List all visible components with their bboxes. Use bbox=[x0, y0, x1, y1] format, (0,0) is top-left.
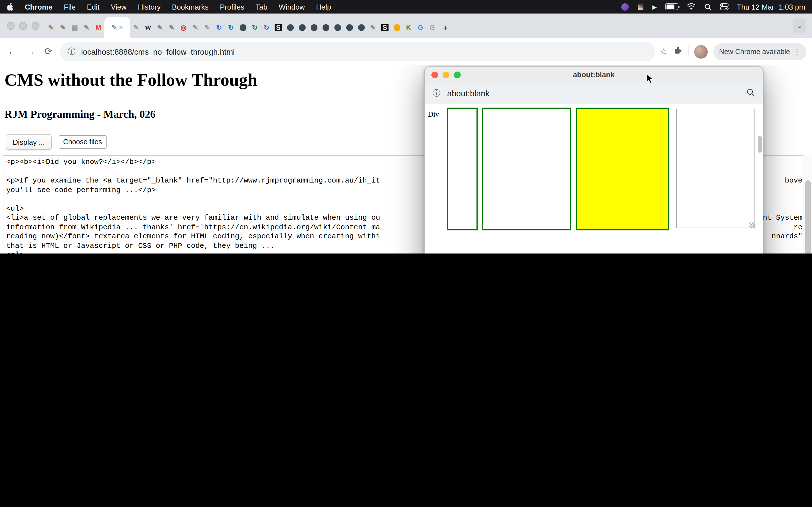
menu-edit[interactable]: Edit bbox=[87, 3, 100, 11]
textarea-text-fragment: re bbox=[794, 223, 802, 232]
address-bar[interactable]: ⓘ localhost:8888/cms_no_follow_through.h… bbox=[60, 42, 655, 61]
browser-tab[interactable] bbox=[296, 17, 308, 38]
choose-files-button[interactable]: Choose files bbox=[59, 135, 107, 149]
browser-tab[interactable]: ↻ bbox=[225, 17, 237, 38]
menubar-clock[interactable]: Thu 12 Mar 1:03 pm bbox=[737, 3, 805, 11]
globe-icon bbox=[299, 24, 305, 31]
popup-vertical-scrollbar-thumb[interactable] bbox=[758, 136, 762, 153]
menu-chrome[interactable]: Chrome bbox=[25, 3, 52, 11]
about-blank-popup-window[interactable]: about:blank ⓘ about:blank Div Did you kn… bbox=[424, 66, 763, 253]
textarea-text-fragment: bove bbox=[785, 176, 802, 186]
close-tab-icon[interactable]: ✕ bbox=[119, 25, 123, 31]
browser-tab[interactable] bbox=[355, 17, 367, 38]
browser-tab[interactable]: ◎ bbox=[177, 17, 190, 38]
menu-view[interactable]: View bbox=[111, 3, 126, 11]
s-app-icon: S bbox=[275, 24, 282, 31]
browser-tab[interactable]: S bbox=[272, 17, 284, 38]
pen-icon: ✎ bbox=[204, 24, 210, 31]
popup-titlebar[interactable]: about:blank bbox=[424, 67, 763, 83]
demo-div-box-2 bbox=[482, 108, 571, 230]
demo-div-box-yellow bbox=[576, 108, 669, 230]
pen-icon: ✎ bbox=[157, 24, 163, 31]
window-controls[interactable] bbox=[7, 22, 40, 30]
kebab-menu-icon[interactable]: ⋮ bbox=[794, 47, 801, 56]
globe-icon bbox=[310, 24, 317, 31]
browser-tab[interactable]: ✎ bbox=[154, 17, 166, 38]
demo-textarea-box[interactable] bbox=[676, 109, 755, 228]
browser-tab[interactable]: ✎ bbox=[57, 17, 69, 38]
browser-tab[interactable]: G bbox=[426, 17, 438, 38]
browser-tab[interactable] bbox=[391, 17, 403, 38]
sync-icon: ↻ bbox=[252, 24, 257, 31]
reload-button[interactable]: ⟳ bbox=[42, 46, 55, 57]
pen-icon: ✎ bbox=[60, 24, 66, 31]
globe-icon bbox=[322, 24, 329, 31]
sync-icon: ↻ bbox=[216, 24, 222, 31]
browser-tab[interactable]: ✎ bbox=[201, 17, 213, 38]
browser-tab[interactable]: W bbox=[142, 17, 154, 38]
browser-tab[interactable]: M bbox=[93, 17, 104, 38]
new-tab-button[interactable]: + bbox=[438, 17, 453, 38]
bookmark-star-icon[interactable]: ☆ bbox=[660, 46, 668, 57]
browser-tab[interactable]: ↻ bbox=[260, 17, 272, 38]
browser-tab[interactable]: ↻ bbox=[249, 17, 260, 38]
browser-tab[interactable] bbox=[308, 17, 320, 38]
browser-tab[interactable] bbox=[343, 17, 355, 38]
site-info-icon[interactable]: ⓘ bbox=[433, 89, 441, 99]
extensions-puzzle-icon[interactable] bbox=[673, 46, 682, 57]
active-tab[interactable]: ✎✕ bbox=[104, 17, 130, 38]
browser-tab[interactable]: ✎ bbox=[45, 17, 57, 38]
pen-icon: ✎ bbox=[193, 24, 198, 31]
browser-tab[interactable]: ▤ bbox=[69, 17, 81, 38]
menu-tab[interactable]: Tab bbox=[256, 3, 267, 11]
page-scrollbar[interactable] bbox=[804, 156, 812, 253]
search-icon[interactable] bbox=[704, 2, 711, 11]
menu-window[interactable]: Window bbox=[279, 3, 305, 11]
menubar-left: ChromeFileEditViewHistoryBookmarksProfil… bbox=[7, 2, 331, 11]
grid-icon[interactable]: ▦ bbox=[638, 2, 644, 11]
wifi-icon[interactable] bbox=[687, 2, 696, 11]
browser-tab[interactable]: ↻ bbox=[213, 17, 225, 38]
browser-tab[interactable] bbox=[332, 17, 343, 38]
menu-history[interactable]: History bbox=[138, 3, 161, 11]
site-info-icon[interactable]: ⓘ bbox=[68, 47, 75, 57]
browser-tab[interactable]: ✎ bbox=[130, 17, 142, 38]
browser-tab[interactable]: ✎ bbox=[190, 17, 201, 38]
google-icon: G bbox=[430, 24, 435, 31]
zoom-search-icon[interactable] bbox=[747, 89, 755, 99]
globe-icon bbox=[346, 24, 353, 31]
browser-tab[interactable] bbox=[284, 17, 296, 38]
app-status-icon[interactable] bbox=[622, 2, 629, 11]
forward-button[interactable]: → bbox=[24, 46, 37, 57]
popup-url-text[interactable]: about:blank bbox=[447, 89, 740, 98]
tab-search-chevron-icon[interactable]: ⌄ bbox=[793, 19, 806, 33]
menu-help[interactable]: Help bbox=[316, 3, 331, 11]
apple-icon[interactable] bbox=[7, 2, 13, 11]
globe-icon bbox=[287, 24, 294, 31]
browser-tab[interactable]: G bbox=[414, 17, 426, 38]
browser-tab[interactable]: ✎ bbox=[166, 17, 177, 38]
menu-bookmarks[interactable]: Bookmarks bbox=[172, 3, 209, 11]
battery-icon[interactable] bbox=[665, 2, 678, 11]
textarea-text-fragment: nt System bbox=[763, 214, 802, 223]
menu-items: ChromeFileEditViewHistoryBookmarksProfil… bbox=[25, 3, 331, 11]
play-icon[interactable]: ▶ bbox=[652, 2, 657, 11]
browser-tab[interactable]: ✎ bbox=[81, 17, 93, 38]
browser-tab[interactable]: K bbox=[403, 17, 414, 38]
menu-profiles[interactable]: Profiles bbox=[220, 3, 245, 11]
update-chrome-button[interactable]: New Chrome available ⋮ bbox=[713, 43, 806, 60]
url-text[interactable]: localhost:8888/cms_no_follow_through.htm… bbox=[81, 47, 235, 56]
popup-urlbar[interactable]: ⓘ about:blank bbox=[424, 83, 763, 104]
control-center-icon[interactable] bbox=[720, 2, 728, 11]
profile-avatar[interactable] bbox=[694, 45, 708, 58]
menu-file[interactable]: File bbox=[64, 3, 75, 11]
menubar-time: 1:03 pm bbox=[779, 3, 805, 11]
browser-tab[interactable] bbox=[320, 17, 332, 38]
display-button[interactable]: Display ... bbox=[6, 134, 52, 150]
page-scrollbar-thumb[interactable] bbox=[805, 180, 811, 253]
browser-tab[interactable] bbox=[237, 17, 249, 38]
back-button[interactable]: ← bbox=[6, 46, 19, 57]
browser-tab[interactable]: ✎ bbox=[367, 17, 379, 38]
resize-grip-icon[interactable] bbox=[749, 222, 755, 228]
browser-tab[interactable]: S bbox=[379, 17, 391, 38]
